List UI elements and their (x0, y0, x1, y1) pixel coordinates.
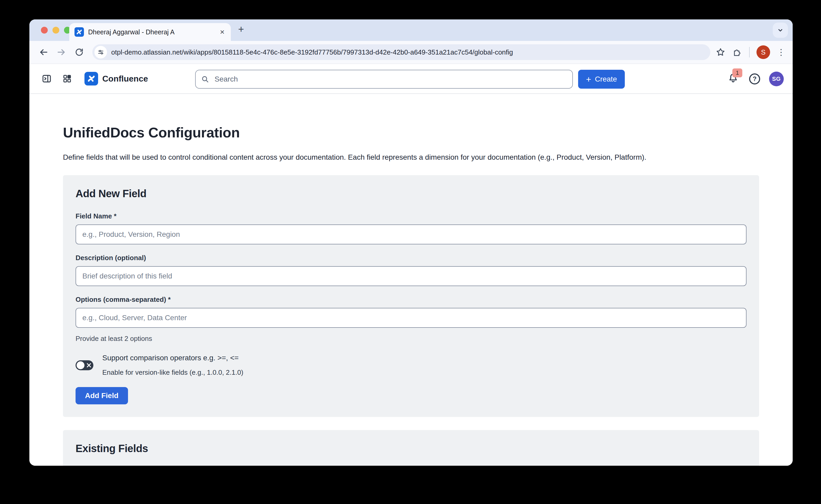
options-label: Options (comma-separated) * (76, 296, 747, 304)
screenshot-stage: Dheeraj Aggarwal - Dheeraj A × + (0, 0, 821, 504)
panel-right-icon (41, 73, 52, 84)
minimize-window-button[interactable] (52, 27, 59, 34)
page-content: UnifiedDocs Configuration Define fields … (29, 94, 793, 466)
browser-toolbar: otpl-demo.atlassian.net/wiki/apps/801581… (29, 41, 793, 64)
search-icon (201, 75, 209, 83)
description-input[interactable] (76, 266, 747, 286)
app-switcher-button[interactable] (61, 73, 73, 84)
new-tab-button[interactable]: + (238, 24, 244, 35)
tab-close-icon[interactable]: × (219, 28, 226, 36)
field-name-label: Field Name * (76, 212, 747, 220)
toggle-off-x-icon (87, 363, 91, 368)
comparison-toggle[interactable] (76, 360, 93, 370)
page-title: UnifiedDocs Configuration (63, 124, 759, 141)
toggle-labels: Support comparison operators e.g. >=, <=… (102, 354, 243, 377)
tab-search-button[interactable] (773, 23, 788, 38)
page-description: Define fields that will be used to contr… (63, 153, 759, 162)
toggle-sublabel: Enable for version-like fields (e.g., 1.… (102, 368, 243, 377)
reload-button[interactable] (72, 45, 86, 59)
notifications-button[interactable]: 1 (728, 73, 740, 85)
description-label: Description (optional) (76, 254, 747, 262)
chevron-down-icon (777, 26, 784, 34)
toolbar-divider (749, 47, 750, 57)
browser-profile-avatar[interactable]: S (756, 45, 770, 59)
comparison-toggle-row: Support comparison operators e.g. >=, <=… (76, 354, 747, 377)
address-bar[interactable]: otpl-demo.atlassian.net/wiki/apps/801581… (92, 44, 710, 60)
site-info-icon[interactable] (94, 46, 107, 58)
tab-strip: Dheeraj Aggarwal - Dheeraj A × + (29, 19, 793, 41)
field-name-input[interactable] (76, 224, 747, 244)
bookmark-star-icon[interactable] (716, 47, 726, 57)
toggle-label: Support comparison operators e.g. >=, <= (102, 354, 243, 362)
search-box[interactable] (195, 70, 573, 89)
app-grid-icon (62, 74, 72, 84)
browser-tab[interactable]: Dheeraj Aggarwal - Dheeraj A × (69, 23, 231, 41)
app-name-label: Confluence (102, 74, 148, 84)
window-controls (41, 27, 71, 34)
browser-menu-icon[interactable]: ⋮ (777, 47, 785, 57)
create-button-label: Create (595, 75, 617, 83)
options-helper-text: Provide at least 2 options (76, 335, 747, 343)
add-new-field-heading: Add New Field (76, 188, 747, 200)
extensions-icon[interactable] (732, 47, 742, 57)
search-input[interactable] (214, 74, 567, 84)
confluence-logo-icon (84, 72, 98, 85)
confluence-favicon-icon (74, 27, 84, 37)
options-input[interactable] (76, 308, 747, 328)
toggle-knob (77, 361, 84, 369)
toolbar-actions: S ⋮ (716, 45, 785, 59)
back-button[interactable] (37, 45, 50, 59)
url-text[interactable]: otpl-demo.atlassian.net/wiki/apps/801581… (111, 48, 513, 56)
confluence-home-link[interactable]: Confluence (84, 72, 148, 85)
add-new-field-card: Add New Field Field Name * Description (… (63, 175, 759, 417)
forward-button[interactable] (55, 45, 68, 59)
help-button[interactable]: ? (749, 73, 760, 84)
confluence-header: Confluence + Create 1 ? SG (29, 64, 793, 94)
plus-icon: + (586, 75, 591, 84)
create-button[interactable]: + Create (578, 70, 625, 89)
existing-fields-card: Existing Fields (63, 430, 759, 466)
notification-badge: 1 (732, 68, 742, 77)
header-actions: 1 ? SG (728, 64, 784, 94)
sidebar-toggle-button[interactable] (41, 73, 52, 84)
tab-title: Dheeraj Aggarwal - Dheeraj A (88, 28, 215, 36)
close-window-button[interactable] (41, 27, 48, 34)
existing-fields-heading: Existing Fields (76, 443, 747, 454)
add-field-button[interactable]: Add Field (76, 387, 128, 404)
browser-window: Dheeraj Aggarwal - Dheeraj A × + (29, 19, 793, 466)
user-avatar[interactable]: SG (769, 72, 784, 86)
